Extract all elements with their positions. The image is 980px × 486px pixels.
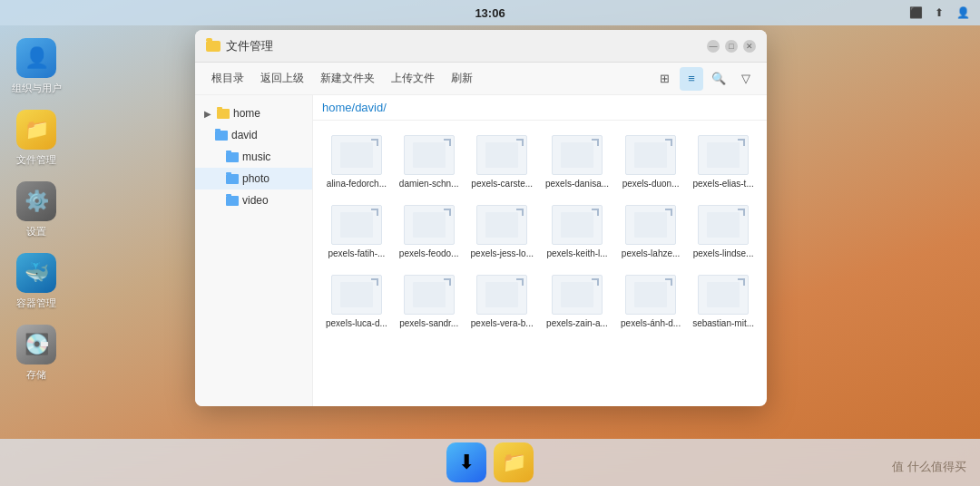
file-name: pexels-fatih-... [326,248,387,259]
tree-item-david[interactable]: david [195,124,312,146]
file-thumb [331,205,382,245]
toolbar-upload-btn[interactable]: 上传文件 [384,67,442,90]
toolbar-new-folder-btn[interactable]: 新建文件夹 [313,67,382,90]
file-thumb-corner [665,209,672,216]
file-item[interactable]: pexels-sandr... [396,269,463,335]
user-icon: 👤 [955,5,971,21]
file-name: pexels-keith-l... [545,248,609,259]
panel-main: home/david/ alina-fedorch... damien-schn… [313,95,767,406]
toolbar-refresh-btn[interactable]: 刷新 [444,67,480,90]
search-btn[interactable]: 🔍 [707,67,730,91]
taskbar-downloader[interactable]: ⬇ [446,442,486,482]
file-name: pexels-feodo... [399,248,459,259]
sidebar-item-files[interactable]: 📁 文件管理 [13,106,60,170]
file-thumb [331,275,382,315]
file-item[interactable]: pexels-vera-b... [467,269,537,335]
file-thumb-inner [485,142,518,168]
sidebar-item-storage[interactable]: 💽 存储 [13,321,60,385]
list-view-btn[interactable]: ≡ [680,67,703,91]
tree-label-david: david [231,129,258,141]
docker-icon: 🐳 [16,253,56,293]
file-item[interactable]: pexels-carste... [467,130,537,195]
file-item[interactable]: pexels-danisa... [542,130,612,195]
file-thumb-inner [707,142,740,168]
window-titlebar: 文件管理 — □ ✕ [195,30,767,63]
file-item[interactable]: pexels-zain-a... [542,269,612,335]
file-name: sebastian-mit... [692,318,754,329]
tree-folder-photo [226,174,239,184]
sidebar-item-container[interactable]: 🐳 容器管理 [13,249,60,314]
tree-label-music: music [242,151,270,163]
tree-item-music[interactable]: music [195,146,312,168]
monitor-icon: ⬛ [907,5,924,21]
close-button[interactable]: ✕ [743,40,756,53]
files-icon: 📁 [16,110,56,150]
file-thumb-corner [444,209,451,216]
file-item[interactable]: pexels-luca-d... [322,269,391,335]
tree-folder-home [217,109,230,119]
window-body: ▶ home david music photo [195,95,767,406]
file-thumb-inner [561,212,593,238]
window-folder-icon [206,41,220,52]
file-thumb-inner [707,282,740,307]
minimize-button[interactable]: — [707,40,720,53]
file-thumb-inner [413,212,446,238]
file-item[interactable]: pexels-elias-t... [689,130,758,195]
filter-btn[interactable]: ▽ [734,67,758,91]
window-toolbar: 根目录 返回上级 新建文件夹 上传文件 刷新 ⊞ ≡ 🔍 ▽ [195,63,767,95]
file-item[interactable]: pexels-ánh-d... [617,269,684,335]
file-item[interactable]: pexels-fatih-... [322,199,391,265]
file-item[interactable]: pexels-lahze... [617,199,684,265]
file-thumb-inner [340,282,373,307]
sidebar-label-files: 文件管理 [16,153,56,167]
file-name: pexels-duon... [621,179,681,190]
file-thumb [625,205,676,245]
users-icon: 👤 [16,38,56,78]
file-thumb-corner [516,139,524,146]
toolbar-view-icons: ⊞ ≡ 🔍 ▽ [652,67,758,91]
file-thumb [476,275,527,315]
settings-icon: ⚙️ [16,181,56,221]
tree-label-home: home [233,107,260,120]
tree-item-video[interactable]: video [195,190,312,211]
file-name: pexels-vera-b... [471,318,534,329]
maximize-button[interactable]: □ [725,40,738,53]
file-item[interactable]: pexels-lindse... [689,199,758,265]
file-thumb-inner [485,282,518,307]
sidebar-item-users[interactable]: 👤 组织与用户 [8,34,65,99]
taskbar-files[interactable]: 📁 [494,442,534,482]
file-thumb-corner [444,278,451,286]
file-thumb-inner [561,282,593,307]
upload-icon: ⬆ [931,5,947,21]
file-item[interactable]: damien-schn... [396,130,463,195]
sidebar-item-settings[interactable]: ⚙️ 设置 [13,178,60,242]
file-item[interactable]: pexels-feodo... [396,199,463,265]
sidebar-label-users: 组织与用户 [12,82,62,95]
storage-icon: 💽 [16,325,56,364]
toolbar-up-btn[interactable]: 返回上级 [253,67,311,90]
desktop: 👤 组织与用户 📁 文件管理 ⚙️ 设置 🐳 容器管理 💽 存储 文件管理 — … [0,25,980,439]
file-thumb [476,135,527,175]
file-name: pexels-luca-d... [326,318,387,329]
tree-item-photo[interactable]: photo [195,168,312,190]
tree-folder-video [226,196,239,206]
file-thumb-corner [738,209,745,216]
file-item[interactable]: pexels-duon... [617,130,684,195]
file-item[interactable]: sebastian-mit... [689,269,758,335]
grid-view-btn[interactable]: ⊞ [652,67,676,91]
file-item[interactable]: pexels-jess-lo... [467,199,537,265]
toolbar-root-btn[interactable]: 根目录 [204,67,251,90]
topbar: 13:06 ⬛ ⬆ 👤 [0,0,980,25]
tree-item-home[interactable]: ▶ home [195,102,312,124]
file-name: pexels-carste... [471,179,534,190]
topbar-time: 13:06 [475,6,505,20]
file-thumb-corner [592,278,599,286]
file-thumb [698,275,749,315]
file-item[interactable]: pexels-keith-l... [542,199,612,265]
file-thumb-corner [738,139,745,146]
file-item[interactable]: alina-fedorch... [322,130,391,195]
file-thumb [404,135,455,175]
file-name: pexels-lindse... [692,248,754,259]
file-thumb-inner [634,142,667,168]
sidebar-label-storage: 存储 [26,368,46,382]
